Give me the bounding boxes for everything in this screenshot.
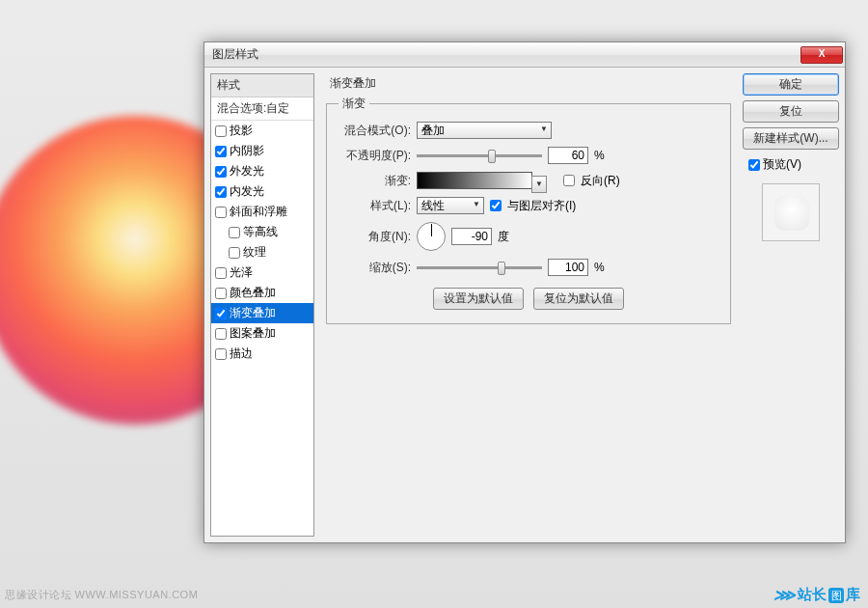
style-item-3[interactable]: 内发光 [211, 181, 313, 202]
scale-label: 缩放(S): [339, 260, 411, 276]
opacity-label: 不透明度(P): [339, 148, 411, 164]
preview-checkbox[interactable] [748, 159, 760, 171]
style-checkbox-1[interactable] [215, 146, 227, 157]
set-default-button[interactable]: 设置为默认值 [433, 288, 524, 310]
style-label-5: 等高线 [243, 224, 278, 240]
new-style-button[interactable]: 新建样式(W)... [743, 127, 839, 150]
style-label-11: 描边 [230, 345, 253, 362]
blend-mode-select[interactable]: 叠加 [417, 122, 552, 139]
scale-unit: % [594, 261, 605, 274]
opacity-slider-thumb[interactable] [488, 150, 496, 163]
cancel-reset-button[interactable]: 复位 [743, 100, 839, 123]
style-label-7: 光泽 [230, 264, 253, 281]
reset-default-button[interactable]: 复位为默认值 [533, 288, 624, 310]
style-checkbox-8[interactable] [215, 288, 227, 299]
watermark-left: 思缘设计论坛 WWW.MISSYUAN.COM [5, 588, 198, 602]
scale-slider-thumb[interactable] [498, 262, 505, 275]
gradient-label: 渐变: [339, 173, 411, 189]
style-label-4: 斜面和浮雕 [230, 204, 287, 220]
main-settings-panel: 渐变叠加 渐变 混合模式(O): 叠加 不透明度(P): % [322, 73, 735, 537]
angle-label: 角度(N): [339, 229, 411, 245]
style-checkbox-5[interactable] [229, 227, 240, 238]
watermark-text-2: 库 [846, 586, 860, 604]
style-list-panel: 样式 混合选项:自定 投影内阴影外发光内发光斜面和浮雕等高线纹理光泽颜色叠加渐变… [210, 73, 314, 537]
style-item-11[interactable]: 描边 [211, 344, 313, 364]
align-label: 与图层对齐(I) [507, 198, 576, 214]
align-checkbox[interactable] [490, 200, 502, 211]
dialog-body: 样式 混合选项:自定 投影内阴影外发光内发光斜面和浮雕等高线纹理光泽颜色叠加渐变… [204, 68, 845, 542]
opacity-slider[interactable] [417, 154, 542, 157]
style-checkbox-11[interactable] [215, 348, 227, 360]
action-panel: 确定 复位 新建样式(W)... 预览(V) [743, 73, 839, 537]
style-label: 样式(L): [339, 198, 411, 214]
ok-button[interactable]: 确定 [743, 73, 839, 96]
style-label-2: 外发光 [230, 163, 264, 180]
style-checkbox-7[interactable] [215, 267, 227, 279]
style-item-0[interactable]: 投影 [211, 121, 313, 141]
watermark-badge-icon: 图 [828, 588, 844, 603]
layer-style-dialog: 图层样式 X 样式 混合选项:自定 投影内阴影外发光内发光斜面和浮雕等高线纹理光… [203, 41, 846, 543]
close-button[interactable]: X [800, 46, 843, 64]
style-item-10[interactable]: 图案叠加 [211, 323, 313, 344]
style-checkbox-3[interactable] [215, 186, 227, 198]
swoosh-icon: ⋙ [773, 586, 796, 604]
angle-unit: 度 [498, 229, 509, 245]
titlebar[interactable]: 图层样式 X [204, 42, 845, 68]
style-item-7[interactable]: 光泽 [211, 263, 313, 283]
style-checkbox-10[interactable] [215, 328, 227, 340]
reverse-checkbox[interactable] [563, 175, 575, 186]
style-item-9[interactable]: 渐变叠加 [211, 303, 313, 323]
watermark-right: ⋙ 站长 图 库 [773, 586, 860, 604]
style-item-1[interactable]: 内阴影 [211, 141, 313, 161]
style-label-6: 纹理 [243, 244, 266, 261]
angle-indicator [431, 224, 432, 236]
style-label-0: 投影 [230, 123, 253, 139]
style-item-6[interactable]: 纹理 [211, 242, 313, 263]
style-checkbox-6[interactable] [229, 247, 240, 259]
gradient-picker[interactable] [417, 172, 532, 189]
style-checkbox-2[interactable] [215, 166, 227, 178]
style-checkbox-9[interactable] [215, 308, 227, 319]
style-item-8[interactable]: 颜色叠加 [211, 283, 313, 303]
preview-label: 预览(V) [763, 156, 801, 173]
style-label-8: 颜色叠加 [230, 285, 276, 301]
watermark-text-1: 站长 [798, 586, 827, 604]
angle-input[interactable] [451, 228, 492, 245]
reverse-label: 反向(R) [581, 173, 620, 189]
preview-thumbnail [762, 183, 820, 241]
gradient-group-legend: 渐变 [339, 96, 369, 112]
opacity-unit: % [594, 149, 605, 162]
gradient-group: 渐变 混合模式(O): 叠加 不透明度(P): % 渐变 [326, 96, 731, 324]
section-title: 渐变叠加 [322, 73, 735, 96]
style-label-3: 内发光 [230, 183, 264, 200]
scale-slider[interactable] [417, 266, 542, 269]
style-label-1: 内阴影 [230, 143, 264, 159]
style-label-9: 渐变叠加 [230, 305, 276, 321]
style-item-2[interactable]: 外发光 [211, 161, 313, 181]
scale-input[interactable] [548, 259, 588, 276]
style-item-4[interactable]: 斜面和浮雕 [211, 202, 313, 222]
blend-options-header[interactable]: 混合选项:自定 [211, 97, 313, 121]
opacity-input[interactable] [548, 147, 588, 164]
style-item-5[interactable]: 等高线 [211, 222, 313, 242]
dialog-title: 图层样式 [212, 46, 800, 63]
style-checkbox-0[interactable] [215, 125, 227, 137]
gradient-style-select[interactable]: 线性 [417, 197, 484, 214]
blend-mode-label: 混合模式(O): [339, 123, 411, 139]
style-checkbox-4[interactable] [215, 207, 227, 218]
style-list-header[interactable]: 样式 [211, 74, 313, 97]
angle-dial[interactable] [417, 222, 446, 251]
style-label-10: 图案叠加 [230, 325, 276, 342]
